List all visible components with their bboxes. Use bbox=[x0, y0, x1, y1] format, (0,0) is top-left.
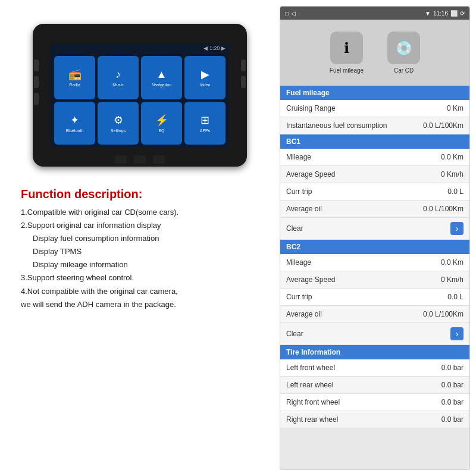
fuel-mileage-header: Fuel mileage bbox=[280, 86, 469, 100]
app-icon: ▲ bbox=[156, 68, 167, 81]
row-value: 0.0 bar bbox=[441, 398, 464, 406]
app-item-radio[interactable]: 📻Radio bbox=[54, 56, 95, 99]
row-value: 0 Km bbox=[447, 104, 464, 112]
row-label: Mileage bbox=[286, 258, 311, 267]
app-icon: ⚡ bbox=[155, 114, 168, 127]
car-unit-body: ◀ 1:20 ▶ 📻Radio♪Music▲Navigation▶Video✦B… bbox=[33, 24, 247, 167]
info-row: Average oil 0.0 L/100Km bbox=[280, 201, 469, 218]
app-item-apps[interactable]: ⊞APPs bbox=[184, 102, 226, 145]
row-value: 0.0 L/100Km bbox=[423, 310, 464, 318]
clear-row[interactable]: Clear › bbox=[280, 323, 469, 345]
info-row: Curr trip 0.0 L bbox=[280, 289, 469, 306]
row-value: 0.0 bar bbox=[441, 415, 464, 424]
row-label: Curr trip bbox=[286, 293, 312, 301]
row-label: Average Speed bbox=[286, 170, 336, 178]
app-item-music[interactable]: ♪Music bbox=[98, 56, 139, 99]
app-label: EQ bbox=[158, 129, 164, 133]
function-title: Function description: bbox=[21, 187, 259, 201]
app-label: Radio bbox=[69, 83, 80, 87]
fuel-rows: Cruising Range 0 KmInstantaneous fuel co… bbox=[280, 100, 469, 134]
func-list-item: Display mileage information bbox=[21, 258, 259, 271]
statusbar-left: □ ◁ bbox=[285, 10, 296, 17]
func-list-item: 4.Not compatible with the original car c… bbox=[21, 285, 259, 298]
side-button-right[interactable] bbox=[241, 76, 246, 88]
row-label: Average oil bbox=[286, 310, 322, 318]
row-label: Instantaneous fuel consumption bbox=[286, 121, 387, 130]
row-label: Right front wheel bbox=[286, 398, 340, 406]
info-scroll-area: Fuel mileage Cruising Range 0 KmInstanta… bbox=[280, 86, 469, 428]
app-label: Navigation bbox=[152, 83, 171, 87]
row-value: 0.0 L bbox=[447, 187, 464, 196]
car-unit-image: ◀ 1:20 ▶ 📻Radio♪Music▲Navigation▶Video✦B… bbox=[27, 12, 253, 178]
row-label: Left front wheel bbox=[286, 364, 335, 372]
bottom-tab bbox=[115, 155, 127, 164]
app-car-cd[interactable]: 💿 Car CD bbox=[387, 32, 420, 74]
row-value: 0.0 bar bbox=[441, 364, 464, 372]
function-list: 1.Compatible with original car CD(some c… bbox=[21, 206, 259, 311]
chevron-right-icon[interactable]: › bbox=[450, 327, 464, 340]
app-icon: ♪ bbox=[115, 68, 121, 81]
app-item-navigation[interactable]: ▲Navigation bbox=[141, 56, 182, 99]
func-list-item: Display TPMS bbox=[21, 245, 259, 258]
info-row: Average Speed 0 Km/h bbox=[280, 271, 469, 289]
side-button[interactable] bbox=[34, 76, 39, 88]
row-label: Curr trip bbox=[286, 187, 312, 196]
app-icon: ⊞ bbox=[201, 114, 209, 127]
bottom-tab bbox=[134, 155, 146, 164]
clear-label: Clear bbox=[286, 330, 303, 338]
time-display: 11:16 bbox=[433, 10, 448, 17]
app-label: Bluetooth bbox=[66, 129, 84, 133]
row-value: 0.0 L/100Km bbox=[423, 121, 464, 130]
bc1-header: BC1 bbox=[280, 134, 469, 149]
battery-display: ⬜ bbox=[450, 10, 458, 17]
app-icon: ⚙ bbox=[114, 114, 123, 127]
row-label: Left rear wheel bbox=[286, 381, 333, 389]
app-item-bluetooth[interactable]: ✦Bluetooth bbox=[54, 102, 95, 145]
info-row: Cruising Range 0 Km bbox=[280, 100, 469, 117]
side-button[interactable] bbox=[34, 93, 39, 105]
row-label: Right rear wheel bbox=[286, 415, 338, 424]
row-label: Cruising Range bbox=[286, 104, 336, 112]
app-label: Settings bbox=[111, 129, 126, 133]
row-value: 0 Km/h bbox=[441, 275, 464, 284]
app-label: Video bbox=[200, 83, 211, 87]
row-value: 0 Km/h bbox=[441, 170, 464, 178]
app-icon: ✦ bbox=[70, 114, 79, 127]
info-row: Average oil 0.0 L/100Km bbox=[280, 306, 469, 323]
app-fuel-mileage[interactable]: ℹ Fuel mileage bbox=[330, 32, 364, 74]
app-item-video[interactable]: ▶Video bbox=[184, 56, 226, 99]
row-value: 0.0 Km bbox=[441, 258, 464, 267]
app-grid: 📻Radio♪Music▲Navigation▶Video✦Bluetooth⚙… bbox=[51, 54, 229, 147]
side-button[interactable] bbox=[34, 60, 39, 71]
app-item-settings[interactable]: ⚙Settings bbox=[98, 102, 139, 145]
chevron-right-icon[interactable]: › bbox=[450, 222, 464, 235]
info-row: Right rear wheel 0.0 bar bbox=[280, 411, 469, 428]
info-row: Mileage 0.0 Km bbox=[280, 149, 469, 166]
signal-icon: ▼ bbox=[425, 10, 431, 17]
app-label: APPs bbox=[200, 129, 211, 133]
info-row: Instantaneous fuel consumption 0.0 L/100… bbox=[280, 117, 469, 134]
car-cd-icon: 💿 bbox=[387, 32, 420, 64]
row-value: 0.0 L bbox=[447, 293, 464, 301]
car-unit-screen: ◀ 1:20 ▶ 📻Radio♪Music▲Navigation▶Video✦B… bbox=[51, 43, 229, 147]
app-icon: ▶ bbox=[201, 68, 209, 81]
bc1-rows: Mileage 0.0 KmAverage Speed 0 Km/hCurr t… bbox=[280, 149, 469, 240]
app-icon: 📻 bbox=[68, 68, 82, 81]
back-icon: ◁ bbox=[291, 10, 296, 17]
function-description: Function description: 1.Compatible with … bbox=[18, 187, 262, 311]
android-home: ℹ Fuel mileage 💿 Car CD bbox=[280, 20, 469, 86]
tire-info-header: Tire Information bbox=[280, 345, 469, 359]
fuel-mileage-icon: ℹ bbox=[330, 32, 363, 64]
fuel-mileage-label: Fuel mileage bbox=[330, 67, 364, 74]
clear-label: Clear bbox=[286, 224, 303, 233]
row-value: 0.0 Km bbox=[441, 153, 464, 161]
clear-row[interactable]: Clear › bbox=[280, 218, 469, 240]
func-list-item: Display fuel consumption information bbox=[21, 232, 259, 245]
func-list-item: 2.Support original car information displ… bbox=[21, 219, 259, 232]
app-item-eq[interactable]: ⚡EQ bbox=[141, 102, 182, 145]
right-section: □ ◁ ▼ 11:16 ⬜ ⟳ ℹ Fuel mileage 💿 Car CD … bbox=[280, 6, 470, 470]
info-row: Curr trip 0.0 L bbox=[280, 183, 469, 201]
statusbar-right: ▼ 11:16 ⬜ ⟳ bbox=[425, 10, 465, 17]
side-button-right[interactable] bbox=[241, 60, 246, 71]
info-row: Mileage 0.0 Km bbox=[280, 254, 469, 271]
